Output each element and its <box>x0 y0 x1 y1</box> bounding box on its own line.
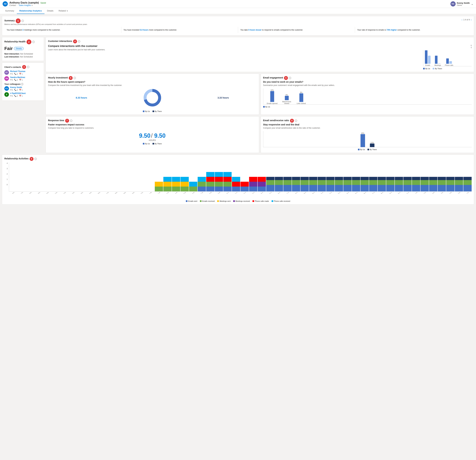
stacked-bar[interactable] <box>421 177 429 191</box>
x-label: 30 Dec <box>130 192 137 194</box>
contact-name-ks[interactable]: Kenny Smith <box>10 86 23 88</box>
ratio-info-icon[interactable]: i <box>295 120 297 122</box>
stacked-bar[interactable] <box>326 177 334 191</box>
summary-info-icon[interactable]: i <box>22 20 24 22</box>
x-label: 27 Jan <box>370 192 377 194</box>
contact-name-sm[interactable]: Sandra Martinez <box>10 76 25 78</box>
email-eng-info-icon[interactable]: i <box>289 77 291 79</box>
stacked-bar[interactable] <box>386 177 394 191</box>
x-label: 25 Jan <box>353 192 360 194</box>
bar-meetings-them <box>438 63 441 64</box>
stacked-bar[interactable] <box>206 172 214 191</box>
legend-dot-ratio-them <box>367 149 369 150</box>
tab-details[interactable]: Details <box>44 8 56 14</box>
nav-next-icon[interactable]: › <box>471 18 472 21</box>
x-label: 8 Jan <box>207 192 214 194</box>
x-label: 23 Jan <box>336 192 343 194</box>
x-label: 9 Jan <box>216 192 223 194</box>
clients-contacts-card: Client's contacts 3 i RT Richard Thomas … <box>2 63 44 101</box>
stacked-bar[interactable] <box>300 177 309 191</box>
tab-related[interactable]: Related ∨ <box>56 8 71 14</box>
header-expand-icon[interactable]: ⌄ <box>471 2 473 6</box>
x-label: 24 Jan <box>345 192 351 194</box>
legend-dot-emails-received <box>200 200 202 202</box>
donut-chart <box>143 88 162 107</box>
nav-prev-icon[interactable]: ‹ <box>462 18 462 21</box>
interactions-info-icon[interactable]: i <box>78 40 80 43</box>
email-eng-pct-2: 4% <box>285 94 288 96</box>
colleagues-info-icon[interactable]: i <box>21 83 23 85</box>
x-label: 2 Feb <box>422 192 428 194</box>
stacked-bar[interactable] <box>403 177 412 191</box>
x-label: 7 Jan <box>199 192 205 194</box>
contact-stats-sm: ✉ 3 📞 5 📅 1 <box>10 79 25 81</box>
stacked-bar[interactable] <box>343 177 352 191</box>
step-badge-7: 7 <box>65 119 69 123</box>
stacked-bar[interactable] <box>378 177 386 191</box>
kpi-item-2: You have invested 5.0 hours more compare… <box>121 27 238 33</box>
stacked-bar[interactable] <box>275 177 283 191</box>
x-label: 28 Dec <box>113 192 120 194</box>
stacked-bar[interactable] <box>318 177 326 191</box>
stacked-bar[interactable] <box>283 177 292 191</box>
contact-name-hash[interactable]: # PpdfCDSClient <box>10 92 26 95</box>
kpi-item-3: You take 0 hours lesser to respond to em… <box>238 27 355 33</box>
stacked-bar[interactable] <box>198 177 206 191</box>
hourly-donut-section: 8.33 hours 3.33 hours <box>48 87 257 109</box>
stacked-bar[interactable] <box>232 177 240 191</box>
hourly-legend: By Us By Them <box>48 110 257 112</box>
tab-summary[interactable]: Summary <box>3 8 17 14</box>
email-eng-legend: By Us <box>263 106 472 108</box>
email-eng-chart: 10% Emails opened 4% Attachments viewed … <box>263 88 472 104</box>
stacked-bar[interactable] <box>360 177 369 191</box>
stacked-bar[interactable] <box>446 177 454 191</box>
x-label: 25 Dec <box>87 192 94 194</box>
stacked-bar[interactable] <box>223 172 232 191</box>
x-label: 13 Jan <box>250 192 257 194</box>
stacked-bar[interactable] <box>395 177 403 191</box>
stacked-bar[interactable] <box>163 177 172 191</box>
x-label: 22 Dec <box>62 192 68 194</box>
email-eng-label-1: Emails opened <box>267 103 278 104</box>
activities-info-icon[interactable]: i <box>34 158 37 160</box>
x-label: 7 Feb <box>465 192 471 194</box>
x-label: 20 Dec <box>44 192 51 194</box>
response-chart-subtitle: Compare how long you take to respond to … <box>48 127 257 129</box>
stacked-bar[interactable] <box>412 177 420 191</box>
stacked-bar[interactable] <box>189 182 197 191</box>
interactions-chart-title: Compare interactions with the customer <box>48 45 421 48</box>
stacked-bar[interactable] <box>335 177 343 191</box>
stacked-bar[interactable] <box>249 177 257 191</box>
hourly-info-icon[interactable]: i <box>74 77 76 79</box>
stacked-bar[interactable] <box>463 177 472 191</box>
response-value-them: 9.50 <box>154 132 166 139</box>
owner-avatar: KS <box>450 1 456 7</box>
stacked-bar[interactable] <box>266 177 274 191</box>
owner-role: Owner <box>457 4 470 6</box>
stacked-bar[interactable] <box>309 177 317 191</box>
x-label: 29 Jan <box>387 192 394 194</box>
contact-name: Anthony Davis (sample) <box>9 1 39 4</box>
health-info-icon[interactable]: i <box>32 41 35 43</box>
stacked-bar[interactable] <box>438 177 446 191</box>
stacked-bar[interactable] <box>215 172 223 191</box>
stacked-bar[interactable] <box>258 177 266 191</box>
stacked-bar[interactable] <box>180 177 189 191</box>
stacked-bar[interactable] <box>455 177 463 191</box>
clients-info-icon[interactable]: i <box>27 66 29 68</box>
stacked-bar[interactable] <box>172 177 180 191</box>
stacked-bar[interactable] <box>155 182 163 191</box>
stacked-bar[interactable] <box>292 177 300 191</box>
app-link[interactable]: Sales Insights <box>19 4 31 7</box>
response-info-icon[interactable]: i <box>70 120 72 122</box>
hourly-chart-title: How do the hours spent compare? <box>48 81 257 83</box>
contact-name-rt[interactable]: Richard Thomas <box>10 70 26 72</box>
stacked-bar[interactable] <box>352 177 360 191</box>
stacked-bar[interactable] <box>429 177 437 191</box>
tab-relationship-analytics[interactable]: Relationship Analytics <box>17 8 44 14</box>
stacked-bar[interactable] <box>369 177 377 191</box>
stacked-bar[interactable] <box>240 182 249 191</box>
x-label: 19 Dec <box>36 192 43 194</box>
email-eng-label-3: Links clicked <box>296 103 307 104</box>
x-label: 5 Jan <box>182 192 188 194</box>
